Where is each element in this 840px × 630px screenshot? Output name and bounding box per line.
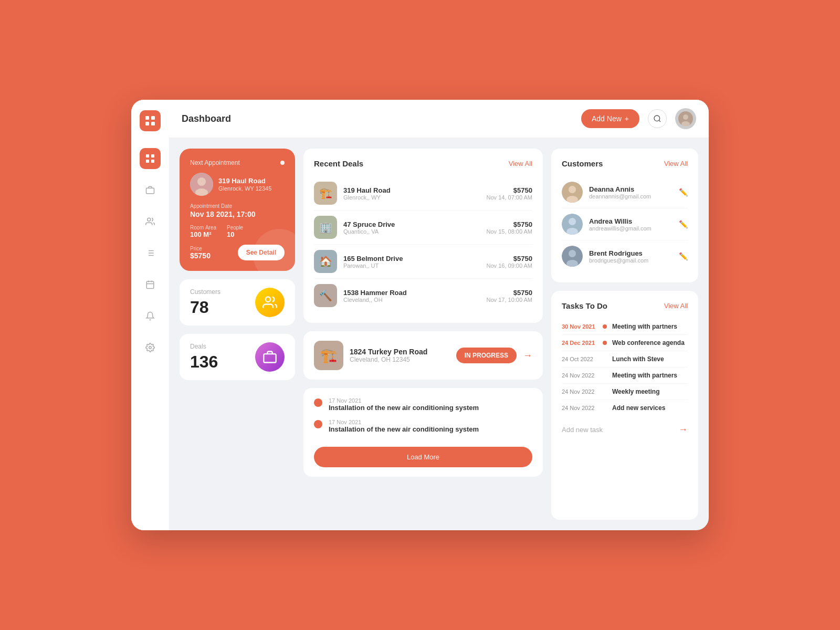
in-progress-button[interactable]: IN PROGRESS: [456, 348, 517, 363]
svg-point-28: [266, 297, 270, 302]
timeline-card: 17 Nov 2021 Installation of the new air …: [303, 388, 543, 477]
list-item: 24 Nov 2022 Add new services: [562, 400, 688, 416]
task-title-3: Meeting with partners: [612, 372, 677, 379]
table-row: 🔨 1538 Hammer Road Cleveland,, OH $5750 …: [314, 279, 532, 312]
svg-rect-16: [146, 281, 154, 289]
recent-deals-title: Recent Deals: [314, 159, 363, 168]
task-list: 30 Nov 2021 Meeting with partners 24 Dec…: [562, 319, 688, 416]
customers-view-all[interactable]: View All: [664, 160, 688, 167]
recent-deals-view-all[interactable]: View All: [509, 160, 532, 167]
edit-icon-0[interactable]: ✏️: [679, 188, 688, 196]
load-more-button[interactable]: Load More: [314, 447, 532, 467]
nav-item-dashboard[interactable]: [140, 148, 161, 169]
deals-stat-card: Deals 136: [180, 334, 295, 380]
customer-list: Deanna Annis deannannis@gmail.com ✏️: [562, 176, 688, 272]
task-title-1: Web conference agenda: [612, 339, 685, 346]
search-button[interactable]: [648, 109, 667, 128]
edit-icon-2[interactable]: ✏️: [679, 252, 688, 260]
in-progress-card: 🏗️ 1824 Turkey Pen Road Cleveland, OH 12…: [303, 331, 543, 380]
deals-stat-value: 136: [190, 352, 218, 372]
list-item: Andrea Willis andreawillis@gmail.com ✏️: [562, 208, 688, 240]
svg-rect-0: [145, 116, 149, 120]
people-label: People: [227, 225, 243, 230]
customer-avatar-2: [562, 246, 583, 267]
in-progress-location: Cleveland, OH 12345: [350, 356, 450, 363]
customers-stat-icon: [255, 288, 285, 317]
price-label: Price: [190, 246, 211, 251]
list-item: Deanna Annis deannannis@gmail.com ✏️: [562, 176, 688, 208]
edit-icon-1[interactable]: ✏️: [679, 220, 688, 228]
appointment-indicator: [280, 161, 285, 165]
people-value: 10: [227, 230, 243, 238]
customers-stat-card: Customers 78: [180, 279, 295, 326]
list-item: Brent Rodrigues brodrigues@gmail.com ✏️: [562, 240, 688, 272]
page-title: Dashboard: [182, 113, 231, 124]
see-detail-button[interactable]: See Detail: [238, 245, 285, 260]
in-progress-name: 1824 Turkey Pen Road: [350, 348, 450, 356]
list-item: 24 Oct 2022 Lunch with Steve: [562, 351, 688, 368]
table-row: 🏗️ 319 Haul Road Glenrock,, WY $5750 Nov…: [314, 176, 532, 211]
svg-point-34: [569, 218, 576, 225]
deal-list: 🏗️ 319 Haul Road Glenrock,, WY $5750 Nov…: [314, 176, 532, 312]
deal-image-0: 🏗️: [314, 182, 337, 205]
task-dot-5: [603, 406, 607, 410]
recent-deals-card: Recent Deals View All 🏗️ 319 Haul Road G…: [303, 149, 543, 323]
svg-rect-8: [146, 188, 154, 194]
appointment-date-value: Nov 18 2021, 17:00: [190, 210, 285, 218]
task-date-2: 24 Oct 2022: [562, 356, 597, 362]
nav-item-list[interactable]: [140, 243, 161, 264]
main-area: Dashboard Add New +: [169, 100, 709, 530]
add-task-arrow-icon[interactable]: →: [678, 424, 688, 435]
task-date-0: 30 Nov 2021: [562, 323, 597, 330]
tasks-title: Tasks To Do: [562, 301, 607, 310]
nav-item-briefcase[interactable]: [140, 180, 161, 201]
table-row: 🏢 47 Spruce Drive Quantico,, VA $5750 No…: [314, 211, 532, 245]
timeline-text-0: Installation of the new air conditioning…: [329, 404, 479, 412]
list-item: 17 Nov 2021 Installation of the new air …: [314, 419, 532, 433]
sidebar: [131, 100, 169, 530]
in-progress-arrow-icon[interactable]: →: [523, 350, 532, 361]
customers-panel: Customers View All: [551, 149, 698, 282]
list-item: 24 Nov 2022 Weekly meeting: [562, 384, 688, 400]
list-item: 30 Nov 2021 Meeting with partners: [562, 319, 688, 335]
price-value: $5750: [190, 251, 211, 260]
svg-point-26: [197, 177, 206, 186]
appointment-city: Glenrock, WY 12345: [218, 185, 271, 192]
room-area-value: 100 M²: [190, 230, 216, 238]
svg-rect-3: [151, 122, 155, 125]
svg-rect-6: [146, 160, 149, 163]
nav-item-calendar[interactable]: [140, 274, 161, 295]
svg-rect-4: [146, 154, 149, 158]
appointment-date-label: Appointment Date: [190, 203, 285, 209]
svg-rect-2: [145, 122, 149, 125]
customers-panel-title: Customers: [562, 159, 603, 168]
header: Dashboard Add New +: [169, 100, 709, 138]
deal-image-2: 🏠: [314, 250, 337, 273]
task-title-5: Add new services: [612, 404, 665, 412]
deals-stat-label: Deals: [190, 343, 218, 350]
nav-item-bell[interactable]: [140, 306, 161, 327]
task-title-4: Weekly meeting: [612, 388, 659, 395]
list-item: 17 Nov 2021 Installation of the new air …: [314, 397, 532, 412]
sidebar-navigation: [140, 148, 161, 520]
room-area-label: Room Area: [190, 225, 216, 230]
table-row: 🏠 165 Belmont Drive Parowan,, UT $5750 N…: [314, 245, 532, 279]
user-avatar[interactable]: [675, 108, 696, 129]
timeline-dot-1: [314, 420, 322, 428]
deal-image-1: 🏢: [314, 216, 337, 239]
svg-rect-5: [151, 154, 154, 158]
tasks-panel: Tasks To Do View All 30 Nov 2021 Meeting…: [551, 291, 698, 520]
nav-item-users[interactable]: [140, 211, 161, 232]
add-new-button[interactable]: Add New +: [581, 109, 639, 128]
nav-item-settings[interactable]: [140, 337, 161, 358]
deal-image-3: 🔨: [314, 284, 337, 307]
task-title-2: Lunch with Steve: [612, 355, 664, 363]
add-task-label: Add new task: [562, 426, 603, 434]
tasks-view-all[interactable]: View All: [664, 302, 688, 310]
appointment-person-avatar: [190, 173, 213, 196]
add-task-row[interactable]: Add new task →: [562, 418, 688, 435]
sidebar-logo[interactable]: [140, 110, 161, 131]
task-dot-2: [603, 357, 607, 361]
svg-point-37: [569, 250, 576, 257]
deals-stat-icon: [255, 342, 285, 372]
